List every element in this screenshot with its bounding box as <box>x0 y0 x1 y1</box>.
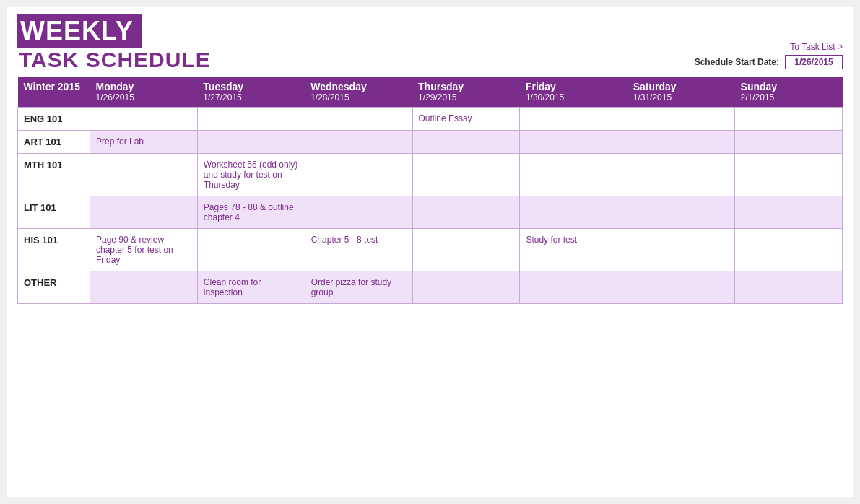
table-cell[interactable] <box>412 196 520 229</box>
to-task-list-link[interactable]: To Task List > <box>695 42 843 52</box>
table-cell[interactable] <box>735 271 843 304</box>
table-cell[interactable] <box>305 131 412 154</box>
row-label: ENG 101 <box>18 108 90 131</box>
row-label: OTHER <box>18 271 90 304</box>
table-cell[interactable]: Order pizza for study group <box>305 271 412 304</box>
table-cell[interactable] <box>305 154 412 196</box>
table-cell[interactable]: Prep for Lab <box>90 131 198 154</box>
start-date-label: Schedule Start Date: <box>695 57 779 67</box>
table-cell[interactable] <box>735 131 843 154</box>
row-label: HIS 101 <box>18 229 90 271</box>
header-col-sunday: Sunday 2/1/2015 <box>735 77 843 108</box>
header-col-thursday: Thursday 1/29/2015 <box>412 77 520 108</box>
title-block: WEEKLY TASK SCHEDULE <box>17 14 211 72</box>
table-cell[interactable] <box>197 229 305 271</box>
task-text: Page 90 & review chapter 5 for test on F… <box>96 235 173 265</box>
table-cell[interactable] <box>520 196 627 229</box>
table-cell[interactable] <box>412 131 520 154</box>
title-line1: WEEKLY <box>17 14 142 48</box>
table-cell[interactable] <box>627 229 735 271</box>
header-col-monday: Monday 1/26/2015 <box>90 77 198 108</box>
header-right: To Task List > Schedule Start Date: 1/26… <box>695 42 843 72</box>
table-cell[interactable] <box>520 271 627 304</box>
table-cell[interactable]: Study for test <box>520 229 627 271</box>
table-cell[interactable] <box>412 271 520 304</box>
table-row: ART 101Prep for Lab <box>18 131 843 154</box>
title-line2: TASK SCHEDULE <box>17 48 211 72</box>
row-label: LIT 101 <box>18 196 90 229</box>
table-cell[interactable]: Outline Essay <box>412 108 520 131</box>
task-text: Study for test <box>526 235 577 245</box>
table-cell[interactable] <box>412 229 520 271</box>
table-row: OTHERClean room for inspectionOrder pizz… <box>18 271 843 304</box>
table-cell[interactable] <box>627 131 735 154</box>
table-cell[interactable] <box>520 108 627 131</box>
table-cell[interactable] <box>90 108 198 131</box>
header-col-season: Winter 2015 <box>18 77 90 108</box>
table-row: MTH 101Worksheet 56 (odd only) and study… <box>18 154 843 196</box>
header-row: WEEKLY TASK SCHEDULE To Task List > Sche… <box>17 14 843 72</box>
table-cell[interactable] <box>627 108 735 131</box>
header-row-table: Winter 2015 Monday 1/26/2015 Tuesday 1/2… <box>18 77 843 108</box>
table-cell[interactable] <box>735 229 843 271</box>
table-cell[interactable] <box>90 154 198 196</box>
task-text: Chapter 5 - 8 test <box>311 235 378 245</box>
row-label: ART 101 <box>18 131 90 154</box>
table-cell[interactable]: Chapter 5 - 8 test <box>305 229 412 271</box>
table-cell[interactable] <box>520 154 627 196</box>
task-text: Order pizza for study group <box>311 277 391 297</box>
page-container: WEEKLY TASK SCHEDULE To Task List > Sche… <box>7 7 853 497</box>
task-text: Pages 78 - 88 & outline chapter 4 <box>204 202 294 222</box>
task-text: Worksheet 56 (odd only) and study for te… <box>204 160 298 190</box>
header-col-saturday: Saturday 1/31/2015 <box>627 77 735 108</box>
table-cell[interactable] <box>305 108 412 131</box>
table-row: ENG 101Outline Essay <box>18 108 843 131</box>
table-row: HIS 101Page 90 & review chapter 5 for te… <box>18 229 843 271</box>
schedule-table: Winter 2015 Monday 1/26/2015 Tuesday 1/2… <box>17 77 843 304</box>
table-cell[interactable] <box>520 131 627 154</box>
table-cell[interactable]: Clean room for inspection <box>197 271 305 304</box>
table-cell[interactable] <box>627 196 735 229</box>
task-text: Prep for Lab <box>96 136 144 147</box>
task-text: Outline Essay <box>419 113 472 123</box>
table-cell[interactable] <box>627 154 735 196</box>
start-date-row: Schedule Start Date: 1/26/2015 <box>695 55 843 69</box>
table-cell[interactable] <box>90 271 198 304</box>
table-row: LIT 101Pages 78 - 88 & outline chapter 4 <box>18 196 843 229</box>
table-cell[interactable] <box>197 108 305 131</box>
row-label: MTH 101 <box>18 154 90 196</box>
header-col-friday: Friday 1/30/2015 <box>520 77 627 108</box>
table-cell[interactable] <box>627 271 735 304</box>
table-cell[interactable] <box>305 196 412 229</box>
table-cell[interactable]: Worksheet 56 (odd only) and study for te… <box>197 154 305 196</box>
header-col-tuesday: Tuesday 1/27/2015 <box>197 77 305 108</box>
table-cell[interactable]: Pages 78 - 88 & outline chapter 4 <box>197 196 305 229</box>
start-date-value[interactable]: 1/26/2015 <box>785 55 843 69</box>
task-text: Clean room for inspection <box>204 277 261 297</box>
table-cell[interactable] <box>735 108 843 131</box>
table-cell[interactable] <box>735 196 843 229</box>
header-col-wednesday: Wednesday 1/28/2015 <box>305 77 412 108</box>
table-cell[interactable]: Page 90 & review chapter 5 for test on F… <box>90 229 198 271</box>
table-cell[interactable] <box>197 131 305 154</box>
table-cell[interactable] <box>412 154 520 196</box>
table-cell[interactable] <box>735 154 843 196</box>
table-cell[interactable] <box>90 196 198 229</box>
